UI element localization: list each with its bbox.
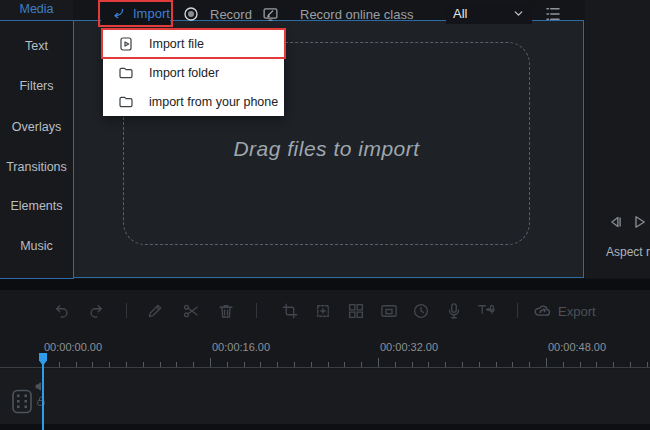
chevron-down-icon <box>512 7 525 20</box>
sidebar-item-text[interactable]: Text <box>0 38 73 54</box>
pip-icon[interactable] <box>380 302 398 320</box>
timeline-section: Export 00:00:00.0000:00:16.0000:00:32.00… <box>0 290 650 430</box>
file-play-icon <box>118 36 134 52</box>
record-icon <box>183 6 199 22</box>
toolbar-divider <box>256 303 257 318</box>
record-button[interactable]: Record <box>183 4 252 24</box>
menu-item-import-file[interactable]: Import file <box>103 29 284 58</box>
tool-sidebar: Media Text Filters Overlays Transitions … <box>0 0 73 278</box>
video-editor-window: { "sidebar": { "items": [ { "label": "Me… <box>0 0 650 430</box>
sidebar-item-filters[interactable]: Filters <box>0 78 73 94</box>
delete-icon[interactable] <box>217 302 235 320</box>
panel-border <box>0 20 74 21</box>
ruler-timestamp: 00:00:48.00 <box>548 341 606 353</box>
play-icon[interactable] <box>630 213 648 231</box>
speaker-icon[interactable] <box>34 380 47 393</box>
text-to-speech-icon[interactable] <box>477 302 495 320</box>
sidebar-item-transitions[interactable]: Transitions <box>0 159 73 175</box>
redo-icon[interactable] <box>87 302 105 320</box>
mosaic-icon[interactable] <box>347 302 365 320</box>
video-track-lane[interactable] <box>0 369 650 424</box>
ruler-timestamp: 00:00:16.00 <box>212 341 270 353</box>
screen-record-icon <box>262 6 279 23</box>
import-dropdown-menu: Import file Import folder import from yo… <box>103 29 284 116</box>
folder-icon <box>118 65 134 81</box>
menu-item-label: Import file <box>149 37 204 51</box>
ruler-baseline <box>0 367 650 368</box>
toolbar-divider <box>517 303 518 318</box>
voiceover-icon[interactable] <box>445 302 463 320</box>
media-filter-value: All <box>453 6 512 21</box>
menu-item-label: Import folder <box>149 66 219 80</box>
duration-icon[interactable] <box>412 302 430 320</box>
export-label[interactable]: Export <box>558 304 596 319</box>
transform-icon[interactable] <box>314 302 332 320</box>
record-online-class-label: Record online class <box>300 7 413 22</box>
preview-panel: Aspect r <box>585 0 650 278</box>
record-online-class-button[interactable]: Record online class <box>262 4 413 24</box>
list-view-icon[interactable] <box>544 5 562 23</box>
timeline-bottom-strip <box>0 424 650 430</box>
import-icon <box>110 6 126 22</box>
section-divider <box>0 279 650 290</box>
sidebar-item-elements[interactable]: Elements <box>0 198 73 214</box>
cut-icon[interactable] <box>182 302 200 320</box>
crop-icon[interactable] <box>281 302 299 320</box>
ruler-timestamp: 00:00:32.00 <box>380 341 438 353</box>
lock-open-icon[interactable] <box>35 395 47 407</box>
toolbar-divider <box>126 303 127 318</box>
ruler-timestamp: 00:00:00.00 <box>44 341 102 353</box>
aspect-ratio-label: Aspect r <box>606 245 650 259</box>
record-label: Record <box>210 7 252 22</box>
import-label: Import <box>133 6 170 21</box>
media-filter-select[interactable]: All <box>446 3 532 24</box>
sidebar-item-media[interactable]: Media <box>0 1 73 17</box>
menu-item-label: import from your phone <box>149 95 278 109</box>
undo-icon[interactable] <box>53 302 71 320</box>
import-button[interactable]: Import <box>101 2 170 25</box>
sidebar-item-music[interactable]: Music <box>0 238 73 254</box>
sidebar-item-overlays[interactable]: Overlays <box>0 119 73 135</box>
export-icon[interactable] <box>533 302 551 320</box>
edit-icon[interactable] <box>146 302 164 320</box>
folder-icon <box>118 94 134 110</box>
previous-frame-icon[interactable] <box>607 213 625 231</box>
dropzone-hint: Drag files to import <box>124 137 529 161</box>
filmstrip-icon <box>10 388 34 415</box>
menu-item-import-from-phone[interactable]: import from your phone <box>103 87 284 116</box>
timeline-ruler[interactable]: 00:00:00.0000:00:16.0000:00:32.0000:00:4… <box>0 341 650 368</box>
menu-item-import-folder[interactable]: Import folder <box>103 58 284 87</box>
